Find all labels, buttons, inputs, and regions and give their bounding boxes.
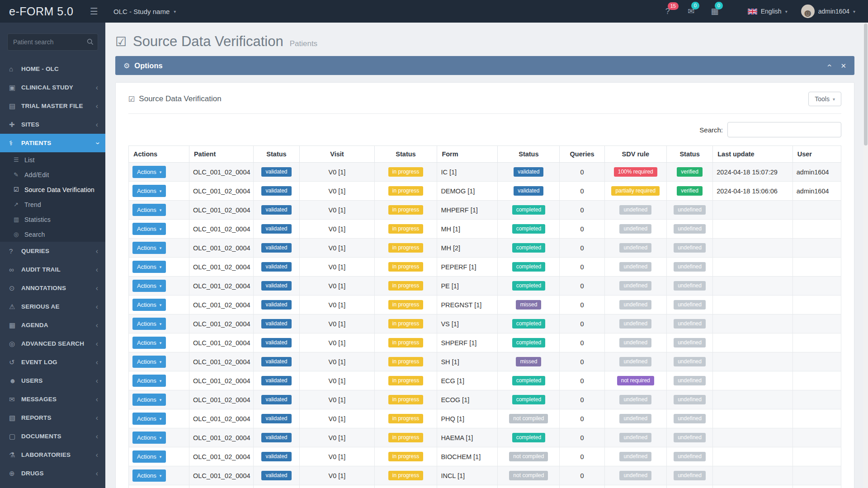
messages-icon[interactable]: ✉ 0 (686, 6, 696, 16)
queries-cell: 0 (560, 485, 604, 488)
patient-search-input[interactable] (7, 33, 98, 51)
column-header[interactable]: Status (498, 146, 560, 163)
caret-down-icon: ▾ (160, 284, 162, 288)
study-selector[interactable]: OLC - Study name ▾ (113, 8, 176, 15)
row-actions-button[interactable]: Actions ▾ (132, 356, 166, 368)
close-panel-icon[interactable]: ✕ (840, 62, 846, 69)
sidebar-item-agenda[interactable]: ▦ AGENDA ‹ (0, 316, 105, 334)
sidebar-item-advanced-search[interactable]: ◎ ADVANCED SEARCH ‹ (0, 334, 105, 353)
sidebar-item-label: REPORTS (21, 414, 96, 421)
queries-cell: 0 (560, 258, 604, 277)
table-row: Actions ▾ OLC_001_02_0004 validated V0 [… (129, 182, 841, 201)
row-actions-button[interactable]: Actions ▾ (132, 432, 166, 444)
sidebar-item-users[interactable]: ☻ USERS ‹ (0, 371, 105, 390)
sidebar-subitem-list[interactable]: ☰ List (0, 152, 105, 167)
visit-status-badge: in progress (388, 452, 423, 461)
sdv-status-badge: verified (677, 167, 703, 177)
language-menu[interactable]: English ▾ (748, 8, 788, 15)
sidebar-item-label: AGENDA (21, 322, 96, 328)
sdv-rule-badge: undefined (619, 281, 651, 291)
row-actions-button[interactable]: Actions ▾ (132, 185, 166, 197)
row-actions-button[interactable]: Actions ▾ (132, 299, 166, 311)
sidebar-subitem-source-data-verification[interactable]: ☑ Source Data Verification (0, 182, 105, 197)
row-actions-button[interactable]: Actions ▾ (132, 394, 166, 406)
column-header[interactable]: Status (374, 146, 437, 163)
sidebar-item-event-log[interactable]: ↺ EVENT LOG ‹ (0, 353, 105, 371)
row-actions-button[interactable]: Actions ▾ (132, 280, 166, 292)
sidebar-item-serious-ae[interactable]: ⚠ SERIOUS AE ‹ (0, 297, 105, 316)
sidebar-subitem-trend[interactable]: ↗ Trend (0, 197, 105, 212)
row-actions-button[interactable]: Actions ▾ (132, 242, 166, 254)
last-update-cell (713, 485, 793, 488)
column-header[interactable]: Queries (560, 146, 604, 163)
sidebar-subitem-statistics[interactable]: ▥ Statistics (0, 212, 105, 227)
last-update-cell (713, 333, 793, 352)
column-header[interactable]: Form (437, 146, 498, 163)
column-header[interactable]: Actions (129, 146, 189, 163)
sdv-rule-badge: undefined (619, 262, 651, 272)
sidebar-item-clinical-study[interactable]: ▣ CLINICAL STUDY ‹ (0, 78, 105, 97)
visit-status-badge: in progress (388, 414, 423, 423)
user-cell (793, 333, 841, 352)
question-icon: ? (9, 247, 21, 255)
user-menu[interactable]: ☻ admin1604 ▾ (801, 5, 855, 18)
sidebar-item-audit-trail[interactable]: ∞ AUDIT TRAIL ‹ (0, 260, 105, 279)
row-actions-button[interactable]: Actions ▾ (132, 204, 166, 216)
sidebar-item-patients[interactable]: ⚕ PATIENTS ‹ (0, 134, 105, 152)
sidebar-item-messages[interactable]: ✉ MESSAGES ‹ (0, 390, 105, 408)
row-actions-button[interactable]: Actions ▾ (132, 318, 166, 330)
flask-icon: ⚗ (9, 451, 21, 459)
sidebar-subitem-add-edit[interactable]: ✎ Add/Edit (0, 167, 105, 182)
search-icon (87, 38, 94, 45)
row-actions-button[interactable]: Actions ▾ (132, 450, 166, 463)
column-header[interactable]: User (793, 146, 841, 163)
column-header[interactable]: SDV rule (604, 146, 666, 163)
vertical-scrollbar (863, 23, 868, 488)
sidebar-item-reports[interactable]: ▧ REPORTS ‹ (0, 408, 105, 427)
hamburger-menu-icon[interactable]: ☰ (90, 6, 98, 17)
last-update-cell (713, 352, 793, 371)
column-header[interactable]: Status (666, 146, 712, 163)
uk-flag-icon (748, 9, 757, 14)
caret-down-icon: ▾ (160, 227, 162, 231)
notification-count-badge: 15 (668, 2, 679, 10)
column-header[interactable]: Status (253, 146, 299, 163)
sidebar-item-home-olc[interactable]: ⌂ HOME - OLC ‹ (0, 60, 105, 78)
column-header[interactable]: Visit (300, 146, 374, 163)
sidebar-item-trial-master-file[interactable]: ▤ TRIAL MASTER FILE ‹ (0, 97, 105, 115)
collapse-panel-icon[interactable]: ‹ (826, 64, 834, 67)
column-header[interactable]: Patient (189, 146, 253, 163)
tools-button[interactable]: Tools ▾ (808, 92, 841, 106)
sidebar-item-documents[interactable]: ▢ DOCUMENTS ‹ (0, 427, 105, 446)
sidebar-item-annotations[interactable]: ⊙ ANNOTATIONS ‹ (0, 279, 105, 297)
table-search-input[interactable] (727, 122, 841, 137)
form-status-badge: validated (514, 186, 543, 196)
row-actions-button[interactable]: Actions ▾ (132, 261, 166, 273)
chevron-icon: ‹ (96, 303, 98, 310)
sidebar-item-sites[interactable]: ✚ SITES ‹ (0, 115, 105, 134)
sidebar-item-drugs[interactable]: ⊕ DRUGS ‹ (0, 464, 105, 483)
scrollbar-thumb[interactable] (864, 23, 868, 145)
row-actions-button[interactable]: Actions ▾ (132, 166, 166, 178)
sidebar-item-laboratories[interactable]: ⚗ LABORATORIES ‹ (0, 446, 105, 464)
row-actions-button[interactable]: Actions ▾ (132, 375, 166, 387)
sidebar-subitem-search[interactable]: ◎ Search (0, 227, 105, 242)
visit-status-badge: in progress (388, 205, 423, 215)
row-actions-button[interactable]: Actions ▾ (132, 469, 166, 482)
last-update-cell (713, 371, 793, 390)
chevron-icon: ‹ (96, 248, 98, 255)
chevron-icon: ‹ (96, 84, 98, 91)
sidebar-item-queries[interactable]: ? QUERIES ‹ (0, 242, 105, 260)
form-status-badge: completed (512, 224, 545, 234)
row-actions-button[interactable]: Actions ▾ (132, 413, 166, 425)
options-label: Options (134, 61, 162, 70)
row-actions-button[interactable]: Actions ▾ (132, 223, 166, 235)
form-cell: INCL [1] (437, 466, 498, 485)
column-header[interactable]: Last update (713, 146, 793, 163)
calendar-icon[interactable]: ▦ 0 (710, 6, 720, 16)
form-cell: MH [1] (437, 220, 498, 239)
patients-icon: ⚕ (9, 139, 21, 147)
help-icon[interactable]: ? 15 (663, 7, 673, 16)
bar-chart-icon: ▥ (14, 216, 24, 223)
row-actions-button[interactable]: Actions ▾ (132, 337, 166, 349)
